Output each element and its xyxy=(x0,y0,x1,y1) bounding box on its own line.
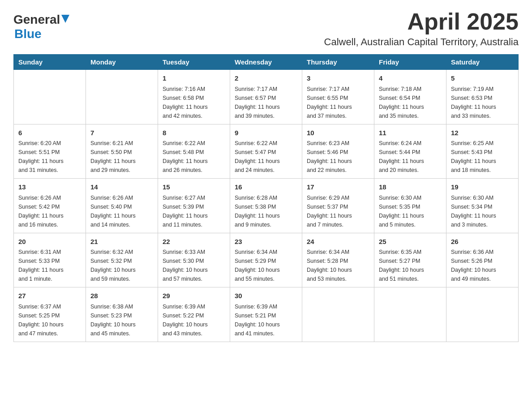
day-info: Sunrise: 6:30 AMSunset: 5:35 PMDaylight:… xyxy=(379,193,442,229)
location-subtitle: Calwell, Australian Capital Territory, A… xyxy=(324,36,519,48)
day-cell-0-0 xyxy=(14,70,86,124)
day-info: Sunrise: 6:21 AMSunset: 5:50 PMDaylight:… xyxy=(90,139,153,175)
day-number: 13 xyxy=(18,182,81,193)
day-info: Sunrise: 6:27 AMSunset: 5:39 PMDaylight:… xyxy=(163,193,225,229)
day-number: 24 xyxy=(307,237,369,247)
day-cell-2-2: 15Sunrise: 6:27 AMSunset: 5:39 PMDayligh… xyxy=(158,179,230,233)
day-info: Sunrise: 7:17 AMSunset: 6:57 PMDaylight:… xyxy=(235,85,297,120)
logo: General Blue xyxy=(13,9,69,41)
logo-blue-text: Blue xyxy=(14,27,42,41)
day-cell-3-0: 20Sunrise: 6:31 AMSunset: 5:33 PMDayligh… xyxy=(14,233,86,287)
day-number: 26 xyxy=(451,237,514,247)
header-thursday: Thursday xyxy=(302,55,374,70)
page-header: General Blue April 2025 Calwell, Austral… xyxy=(13,9,519,48)
day-info: Sunrise: 7:17 AMSunset: 6:55 PMDaylight:… xyxy=(307,85,369,120)
day-number: 30 xyxy=(235,291,297,301)
day-info: Sunrise: 6:26 AMSunset: 5:42 PMDaylight:… xyxy=(18,193,81,229)
day-cell-1-6: 12Sunrise: 6:25 AMSunset: 5:43 PMDayligh… xyxy=(446,124,519,179)
day-info: Sunrise: 6:26 AMSunset: 5:40 PMDaylight:… xyxy=(90,193,153,229)
day-cell-4-6 xyxy=(446,287,519,342)
day-info: Sunrise: 6:35 AMSunset: 5:27 PMDaylight:… xyxy=(379,248,442,283)
header-tuesday: Tuesday xyxy=(158,55,230,70)
day-cell-1-2: 8Sunrise: 6:22 AMSunset: 5:48 PMDaylight… xyxy=(158,124,230,179)
header-sunday: Sunday xyxy=(14,55,86,70)
day-number: 7 xyxy=(90,128,153,138)
day-info: Sunrise: 7:18 AMSunset: 6:54 PMDaylight:… xyxy=(379,85,442,120)
day-info: Sunrise: 6:28 AMSunset: 5:38 PMDaylight:… xyxy=(235,193,297,229)
day-cell-0-4: 3Sunrise: 7:17 AMSunset: 6:55 PMDaylight… xyxy=(302,70,374,124)
day-cell-1-1: 7Sunrise: 6:21 AMSunset: 5:50 PMDaylight… xyxy=(86,124,158,179)
day-cell-4-3: 30Sunrise: 6:39 AMSunset: 5:21 PMDayligh… xyxy=(230,287,302,342)
day-cell-0-6: 5Sunrise: 7:19 AMSunset: 6:53 PMDaylight… xyxy=(446,70,519,124)
day-number: 5 xyxy=(451,73,514,84)
day-cell-3-5: 25Sunrise: 6:35 AMSunset: 5:27 PMDayligh… xyxy=(374,233,446,287)
day-cell-4-0: 27Sunrise: 6:37 AMSunset: 5:25 PMDayligh… xyxy=(14,287,86,342)
day-number: 20 xyxy=(18,237,81,247)
day-number: 28 xyxy=(90,291,153,301)
week-row-2: 6Sunrise: 6:20 AMSunset: 5:51 PMDaylight… xyxy=(14,124,519,179)
day-number: 16 xyxy=(235,182,297,193)
day-number: 2 xyxy=(235,73,297,84)
day-cell-0-5: 4Sunrise: 7:18 AMSunset: 6:54 PMDaylight… xyxy=(374,70,446,124)
day-info: Sunrise: 7:19 AMSunset: 6:53 PMDaylight:… xyxy=(451,85,514,120)
day-number: 27 xyxy=(18,291,81,301)
day-number: 25 xyxy=(379,237,442,247)
day-number: 12 xyxy=(451,128,514,138)
day-info: Sunrise: 6:34 AMSunset: 5:29 PMDaylight:… xyxy=(235,248,297,283)
day-cell-2-3: 16Sunrise: 6:28 AMSunset: 5:38 PMDayligh… xyxy=(230,179,302,233)
logo-general-text: General xyxy=(13,13,60,27)
month-title: April 2025 xyxy=(324,9,519,34)
day-info: Sunrise: 6:29 AMSunset: 5:37 PMDaylight:… xyxy=(307,193,369,229)
day-info: Sunrise: 6:37 AMSunset: 5:25 PMDaylight:… xyxy=(18,302,81,338)
week-row-3: 13Sunrise: 6:26 AMSunset: 5:42 PMDayligh… xyxy=(14,179,519,233)
logo-general-line: General xyxy=(13,13,69,27)
day-number: 18 xyxy=(379,182,442,193)
header-friday: Friday xyxy=(374,55,446,70)
header-monday: Monday xyxy=(86,55,158,70)
day-cell-3-1: 21Sunrise: 6:32 AMSunset: 5:32 PMDayligh… xyxy=(86,233,158,287)
day-cell-0-1 xyxy=(86,70,158,124)
day-cell-1-5: 11Sunrise: 6:24 AMSunset: 5:44 PMDayligh… xyxy=(374,124,446,179)
day-info: Sunrise: 6:24 AMSunset: 5:44 PMDaylight:… xyxy=(379,139,442,175)
day-number: 17 xyxy=(307,182,369,193)
day-info: Sunrise: 6:31 AMSunset: 5:33 PMDaylight:… xyxy=(18,248,81,283)
day-info: Sunrise: 6:38 AMSunset: 5:23 PMDaylight:… xyxy=(90,302,153,338)
day-number: 6 xyxy=(18,128,81,138)
day-info: Sunrise: 6:34 AMSunset: 5:28 PMDaylight:… xyxy=(307,248,369,283)
day-number: 10 xyxy=(307,128,369,138)
day-cell-2-0: 13Sunrise: 6:26 AMSunset: 5:42 PMDayligh… xyxy=(14,179,86,233)
header-saturday: Saturday xyxy=(446,55,519,70)
day-cell-1-4: 10Sunrise: 6:23 AMSunset: 5:46 PMDayligh… xyxy=(302,124,374,179)
day-cell-4-2: 29Sunrise: 6:39 AMSunset: 5:22 PMDayligh… xyxy=(158,287,230,342)
day-number: 19 xyxy=(451,182,514,193)
day-info: Sunrise: 6:36 AMSunset: 5:26 PMDaylight:… xyxy=(451,248,514,283)
day-cell-3-3: 23Sunrise: 6:34 AMSunset: 5:29 PMDayligh… xyxy=(230,233,302,287)
day-cell-3-6: 26Sunrise: 6:36 AMSunset: 5:26 PMDayligh… xyxy=(446,233,519,287)
day-number: 22 xyxy=(163,237,225,247)
day-cell-2-6: 19Sunrise: 6:30 AMSunset: 5:34 PMDayligh… xyxy=(446,179,519,233)
day-cell-3-2: 22Sunrise: 6:33 AMSunset: 5:30 PMDayligh… xyxy=(158,233,230,287)
day-number: 1 xyxy=(163,73,225,84)
day-number: 21 xyxy=(90,237,153,247)
day-info: Sunrise: 6:22 AMSunset: 5:48 PMDaylight:… xyxy=(163,139,225,175)
day-cell-2-1: 14Sunrise: 6:26 AMSunset: 5:40 PMDayligh… xyxy=(86,179,158,233)
day-info: Sunrise: 6:23 AMSunset: 5:46 PMDaylight:… xyxy=(307,139,369,175)
day-info: Sunrise: 6:39 AMSunset: 5:21 PMDaylight:… xyxy=(235,302,297,338)
day-cell-1-3: 9Sunrise: 6:22 AMSunset: 5:47 PMDaylight… xyxy=(230,124,302,179)
day-number: 8 xyxy=(163,128,225,138)
day-cell-1-0: 6Sunrise: 6:20 AMSunset: 5:51 PMDaylight… xyxy=(14,124,86,179)
header-wednesday: Wednesday xyxy=(230,55,302,70)
week-row-1: 1Sunrise: 7:16 AMSunset: 6:58 PMDaylight… xyxy=(14,70,519,124)
day-number: 15 xyxy=(163,182,225,193)
logo-triangle-icon xyxy=(61,15,69,25)
day-number: 9 xyxy=(235,128,297,138)
day-number: 4 xyxy=(379,73,442,84)
week-row-4: 20Sunrise: 6:31 AMSunset: 5:33 PMDayligh… xyxy=(14,233,519,287)
day-cell-4-5 xyxy=(374,287,446,342)
day-cell-4-1: 28Sunrise: 6:38 AMSunset: 5:23 PMDayligh… xyxy=(86,287,158,342)
day-info: Sunrise: 6:25 AMSunset: 5:43 PMDaylight:… xyxy=(451,139,514,175)
day-cell-2-5: 18Sunrise: 6:30 AMSunset: 5:35 PMDayligh… xyxy=(374,179,446,233)
day-number: 11 xyxy=(379,128,442,138)
title-block: April 2025 Calwell, Australian Capital T… xyxy=(324,9,519,48)
day-info: Sunrise: 6:32 AMSunset: 5:32 PMDaylight:… xyxy=(90,248,153,283)
